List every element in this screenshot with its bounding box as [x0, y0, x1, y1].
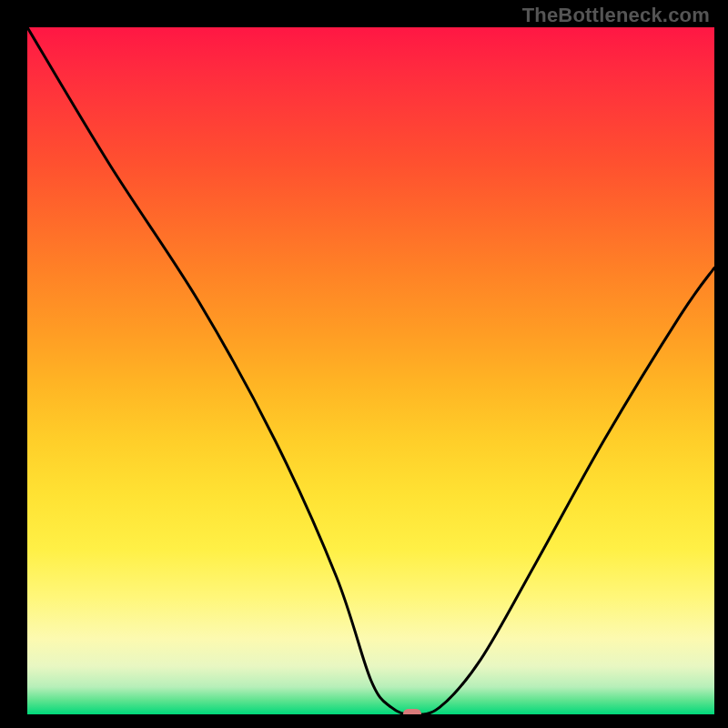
plot-area: [27, 27, 714, 714]
watermark-text: TheBottleneck.com: [522, 4, 710, 27]
chart-frame: TheBottleneck.com: [0, 0, 728, 728]
optimal-point-marker: [403, 709, 421, 714]
bottleneck-curve: [27, 27, 714, 714]
